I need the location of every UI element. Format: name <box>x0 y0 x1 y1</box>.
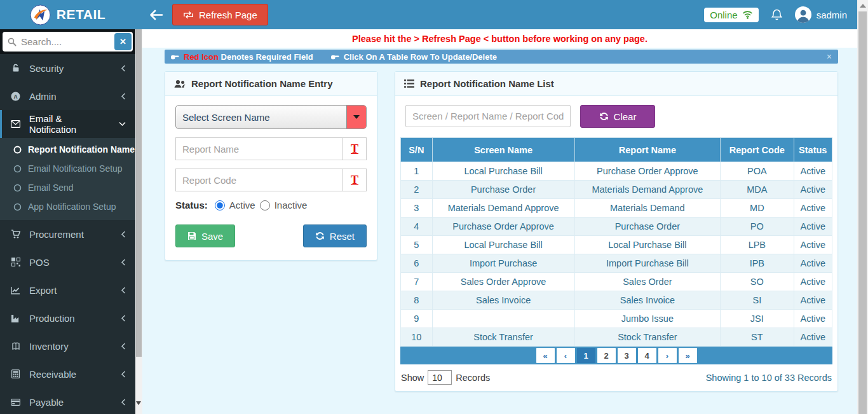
status-active-radio[interactable] <box>215 200 225 210</box>
chevron-left-icon <box>121 287 126 294</box>
main-content: Please hit the > Refresh Page < button b… <box>142 29 857 414</box>
sidebar-item-production[interactable]: Production <box>0 304 135 332</box>
sidebar-scrollbar[interactable] <box>135 29 142 414</box>
floppy-icon <box>187 231 196 240</box>
page-scrollbar-thumb[interactable] <box>858 11 867 414</box>
bell-icon[interactable] <box>771 9 782 21</box>
sidebar-item-procurement[interactable]: Procurement <box>0 220 135 248</box>
refresh-icon <box>315 231 325 240</box>
table-row[interactable]: 5Local Purchase BillLocal Purchase BillL… <box>401 236 832 254</box>
sidebar-item-email-notification-setup[interactable]: Email Notification Setup <box>0 159 135 178</box>
clear-button[interactable]: Clear <box>580 105 655 128</box>
sidebar-item-payable[interactable]: Payable <box>0 388 135 414</box>
user-menu[interactable]: sadmin <box>795 6 847 23</box>
hint-close-icon[interactable]: × <box>827 52 832 62</box>
showing-records-text: Showing 1 to 10 of 33 Records <box>706 373 832 383</box>
table-row[interactable]: 10Stock TransferStock TransferSTActive <box>401 328 832 347</box>
brand[interactable]: RETAIL <box>0 0 135 29</box>
back-icon[interactable] <box>149 10 163 20</box>
table-header-row: S/N Screen Name Report Name Report Code … <box>401 138 832 162</box>
table-row[interactable]: 2Purchase OrderMaterials Demand ApproveM… <box>401 181 832 199</box>
pagination-first[interactable]: « <box>536 348 555 363</box>
chevron-left-icon <box>121 371 126 378</box>
refresh-icon <box>599 112 609 121</box>
cart-icon <box>10 230 22 238</box>
sidebar-item-admin[interactable]: A Admin <box>0 82 135 110</box>
sidebar-item-inventory[interactable]: Inventory <box>0 332 135 360</box>
circle-icon <box>13 165 22 173</box>
page-scrollbar[interactable] <box>857 0 868 414</box>
sidebar-scrollbar-thumb[interactable] <box>136 29 142 357</box>
sidebar-item-report-notification-name[interactable]: Report Notification Name <box>0 140 135 159</box>
save-button[interactable]: Save <box>175 224 235 247</box>
refresh-page-button[interactable]: Refresh Page <box>172 4 268 25</box>
scroll-up-arrow-icon[interactable] <box>860 4 866 8</box>
show-records-input[interactable] <box>428 370 452 385</box>
report-code-input[interactable] <box>175 169 343 191</box>
show-label: Show <box>401 373 424 383</box>
chevron-left-icon <box>121 259 126 266</box>
search-icon <box>8 38 17 46</box>
qr-code-icon <box>10 258 22 266</box>
refresh-notice: Please hit the > Refresh Page < button b… <box>142 29 857 48</box>
hand-pointer-icon <box>331 53 339 60</box>
table-row[interactable]: 6Import PurchaseImport Purchase BillIPBA… <box>401 254 832 273</box>
report-notification-table: S/N Screen Name Report Name Report Code … <box>400 137 832 347</box>
retweet-icon <box>183 11 194 19</box>
pagination-bar: « ‹ 1 2 3 4 › » <box>400 347 832 364</box>
sidebar-item-email-send[interactable]: Email Send <box>0 178 135 197</box>
chevron-down-icon <box>119 121 126 127</box>
sidebar-search-input[interactable]: Search.... ✕ <box>3 32 133 52</box>
chevron-left-icon <box>121 315 126 322</box>
select-dropdown-button[interactable] <box>346 106 366 128</box>
lock-icon <box>10 64 22 72</box>
circle-icon <box>13 146 22 154</box>
sidebar: Search.... ✕ Security A Admin Email & No… <box>0 29 135 414</box>
status-inactive-radio[interactable] <box>260 200 270 210</box>
online-badge[interactable]: Online <box>704 8 758 22</box>
avatar-icon <box>795 6 811 23</box>
reset-button[interactable]: Reset <box>303 224 367 247</box>
brand-name: RETAIL <box>57 7 105 22</box>
hint-bar: Red Icon Denotes Required Field Click On… <box>165 50 838 64</box>
table-row[interactable]: 4Purchase Order ApprovePurchase OrderPOA… <box>401 217 832 236</box>
records-label: Records <box>456 373 490 383</box>
sidebar-item-pos[interactable]: POS <box>0 248 135 276</box>
column-header: Report Name <box>574 138 721 162</box>
list-panel: Report Notification Name List Clear <box>395 71 838 392</box>
sidebar-item-email-notification[interactable]: Email & Notification <box>0 110 135 138</box>
table-row[interactable]: 7Sales Order ApproveSales OrderSOActive <box>401 273 832 291</box>
chevron-left-icon <box>121 399 126 406</box>
list-search-input[interactable] <box>405 105 571 127</box>
search-clear-button[interactable]: ✕ <box>114 33 132 50</box>
required-text-icon: T <box>343 137 367 160</box>
column-header: Status <box>794 138 832 162</box>
factory-icon <box>10 314 22 322</box>
sidebar-item-export[interactable]: Export <box>0 276 135 304</box>
pagination-page-4[interactable]: 4 <box>638 348 656 363</box>
entry-panel: Report Notification Name Entry Select Sc… <box>165 71 377 261</box>
screen-name-select[interactable]: Select Screen Name <box>175 105 367 129</box>
scroll-down-arrow-icon[interactable] <box>136 401 141 405</box>
sidebar-item-security[interactable]: Security <box>0 54 135 82</box>
pagination-page-3[interactable]: 3 <box>618 348 636 363</box>
status-label: Status: <box>175 200 208 210</box>
report-name-input[interactable] <box>175 137 343 160</box>
pagination-last[interactable]: » <box>679 348 697 363</box>
sidebar-item-app-notification-setup[interactable]: App Notification Setup <box>0 197 135 216</box>
envelope-icon <box>10 120 22 128</box>
pagination-next[interactable]: › <box>658 348 677 363</box>
column-header: S/N <box>401 138 433 162</box>
username: sadmin <box>817 10 847 20</box>
table-row[interactable]: 3Materials Demand ApproveMaterials Deman… <box>401 199 832 217</box>
topbar: RETAIL Refresh Page Online <box>0 0 857 29</box>
table-row[interactable]: 9Jumbo IssueJSIActive <box>401 310 832 328</box>
chevron-left-icon <box>121 231 126 238</box>
book-icon <box>10 342 22 350</box>
pagination-prev[interactable]: ‹ <box>557 348 575 363</box>
pagination-page-2[interactable]: 2 <box>597 348 616 363</box>
sidebar-item-receivable[interactable]: Receivable <box>0 360 135 388</box>
table-row[interactable]: 8Sales InvoiceSales InvoiceSIActive <box>401 291 832 310</box>
pagination-page-1[interactable]: 1 <box>577 348 595 363</box>
table-row[interactable]: 1Local Purchase BillPurchase Order Appro… <box>401 162 832 181</box>
